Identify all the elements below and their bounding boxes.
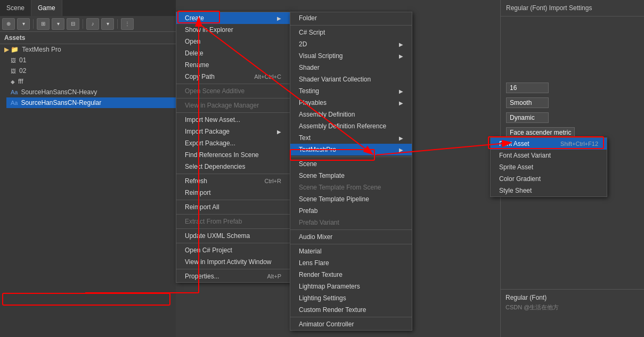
menu-item-reimport-all[interactable]: Reimport All (176, 201, 290, 213)
menu-item-font-asset[interactable]: Font Asset Shift+Ctrl+F12 (491, 138, 607, 150)
assets-item-label: 01 (19, 56, 26, 64)
menu-item-sprite-asset[interactable]: Sprite Asset (491, 161, 607, 173)
menu-item-scene-template-pipeline[interactable]: Scene Template Pipeline (290, 193, 412, 205)
separator (290, 244, 412, 244)
arrow-icon8: ▶ (399, 147, 403, 153)
menu-item-font-asset-variant[interactable]: Font Asset Variant (491, 150, 607, 161)
assets-item-label: fff (18, 78, 23, 85)
arrow-icon4: ▶ (399, 53, 403, 59)
menu-item-update-uxml[interactable]: Update UXML Schema (176, 230, 290, 242)
menu-item-view-import[interactable]: View in Import Activity Window (176, 256, 290, 268)
menu-item-import-asset[interactable]: Import New Asset... (176, 114, 290, 126)
smooth-value[interactable]: Smooth (506, 97, 549, 108)
menu-item-playables[interactable]: Playables ▶ (290, 97, 412, 109)
assets-item-regular[interactable]: Aa SourceHanSansCN-Regular (6, 97, 176, 108)
menu-item-animator[interactable]: Animator Controller (290, 318, 412, 330)
menu-item-shader[interactable]: Shader (290, 62, 412, 73)
separator (176, 112, 290, 113)
menu-item-csharp[interactable]: C# Script (290, 27, 412, 38)
assets-item-label: SourceHanSansCN-Heavy (21, 88, 97, 96)
menu-item-assembly-def[interactable]: Assembly Definition (290, 109, 412, 120)
menu-item-shader-variant[interactable]: Shader Variant Collection (290, 73, 412, 85)
assets-item-label: 02 (19, 67, 26, 75)
more-icon[interactable]: ⋮ (121, 18, 134, 30)
menu-item-assembly-def-ref[interactable]: Assembly Definition Reference (290, 120, 412, 132)
dropdown3-icon[interactable]: ▾ (101, 18, 114, 30)
menu-item-custom-render[interactable]: Custom Render Texture (290, 304, 412, 316)
globe-icon[interactable]: ⊕ (2, 18, 15, 30)
arrow-icon2: ▶ (277, 129, 281, 135)
menu-item-rename[interactable]: Rename (176, 59, 290, 71)
menu-item-lightmap[interactable]: Lightmap Parameters (290, 281, 412, 292)
menu-item-visual-scripting[interactable]: Visual Scripting ▶ (290, 50, 412, 62)
arrow-icon3: ▶ (399, 42, 403, 47)
menu-item-textmeshpro[interactable]: TextMeshPro ▶ (290, 144, 412, 155)
menu-item-scene-template[interactable]: Scene Template (290, 170, 412, 182)
menu-item-text[interactable]: Text ▶ (290, 132, 412, 144)
assets-item-label: TextMesh Pro (22, 46, 61, 53)
menu-item-show-explorer[interactable]: Show in Explorer (176, 24, 290, 36)
menu-item-select-deps[interactable]: Select Dependencies (176, 161, 290, 172)
menu-item-open[interactable]: Open (176, 36, 290, 47)
menu-item-open-csharp[interactable]: Open C# Project (176, 244, 290, 256)
dropdown2-icon[interactable]: ▾ (52, 18, 64, 30)
assets-item-02[interactable]: 🖼 02 (6, 65, 176, 76)
menu-item-render-texture[interactable]: Render Texture (290, 269, 412, 281)
assets-item-heavy[interactable]: Aa SourceHanSansCN-Heavy (6, 87, 176, 97)
audio-icon[interactable]: ♪ (86, 18, 99, 30)
assets-panel: Assets ▶ 📁 TextMesh Pro 🖼 01 🖼 02 ◆ fff … (0, 32, 176, 337)
separator (176, 214, 290, 215)
menu-item-create[interactable]: Create ▶ (176, 12, 290, 24)
separator (290, 229, 412, 230)
separator (176, 269, 290, 269)
arrange-icon[interactable]: ⊟ (67, 18, 79, 30)
menu-item-testing[interactable]: Testing ▶ (290, 85, 412, 97)
arrow-icon7: ▶ (399, 135, 403, 141)
dynamic-value[interactable]: Dynamic (506, 112, 549, 123)
menu-item-import-package[interactable]: Import Package ▶ (176, 126, 290, 137)
tab-game[interactable]: Game (31, 0, 62, 16)
top-tabs: Scene Game (0, 0, 176, 16)
menu-item-style-sheet[interactable]: Style Sheet (491, 185, 607, 196)
menu-item-color-gradient[interactable]: Color Gradient (491, 173, 607, 185)
right-panel-header: Regular (Font) Import Settings (501, 0, 644, 17)
mesh-icon: ◆ (11, 79, 15, 85)
context-menu-textmeshpro: Font Asset Shift+Ctrl+F12 Font Asset Var… (490, 137, 607, 197)
context-menu-main: Create ▶ Show in Explorer Open Delete Re… (176, 12, 290, 283)
menu-item-copy-path[interactable]: Copy Path Alt+Ctrl+C (176, 71, 290, 83)
menu-item-prefab[interactable]: Prefab (290, 205, 412, 217)
grid-icon[interactable]: ⊞ (37, 18, 50, 30)
menu-item-delete[interactable]: Delete (176, 47, 290, 59)
menu-item-2d[interactable]: 2D ▶ (290, 38, 412, 50)
ascender-value[interactable]: Face ascender metric (506, 127, 575, 138)
menu-item-scene[interactable]: Scene (290, 158, 412, 170)
menu-item-folder[interactable]: Folder (290, 12, 412, 24)
separator (176, 228, 290, 229)
image-icon2: 🖼 (11, 68, 16, 74)
tab-scene[interactable]: Scene (0, 0, 31, 16)
separator (290, 25, 412, 26)
menu-item-refresh[interactable]: Refresh Ctrl+R (176, 175, 290, 187)
size-value[interactable]: 16 (506, 83, 549, 93)
shortcut-refresh: Ctrl+R (265, 178, 281, 184)
assets-item-textmeshpro[interactable]: ▶ 📁 TextMesh Pro (0, 44, 176, 55)
menu-item-find-refs[interactable]: Find References In Scene (176, 149, 290, 161)
menu-item-audio-mixer[interactable]: Audio Mixer (290, 231, 412, 243)
arrow-icon5: ▶ (399, 88, 403, 94)
field-smooth: Smooth (501, 95, 644, 110)
image-icon: 🖼 (11, 57, 16, 63)
field-size: 16 (501, 80, 644, 95)
menu-item-properties[interactable]: Properties... Alt+P (176, 270, 290, 282)
menu-item-reimport[interactable]: Reimport (176, 187, 290, 199)
separator (176, 200, 290, 200)
menu-item-lens-flare[interactable]: Lens Flare (290, 257, 412, 269)
bottom-title: Regular (Font) (506, 294, 639, 301)
assets-item-01[interactable]: 🖼 01 (6, 55, 176, 65)
shortcut-font-asset: Shift+Ctrl+F12 (560, 141, 598, 147)
dropdown-icon[interactable]: ▾ (17, 18, 30, 30)
menu-item-material[interactable]: Material (290, 245, 412, 257)
menu-item-export-package[interactable]: Export Package... (176, 137, 290, 149)
menu-item-open-scene: Open Scene Additive (176, 85, 290, 97)
menu-item-lighting-settings[interactable]: Lighting Settings (290, 292, 412, 304)
assets-item-fff[interactable]: ◆ fff (6, 76, 176, 87)
